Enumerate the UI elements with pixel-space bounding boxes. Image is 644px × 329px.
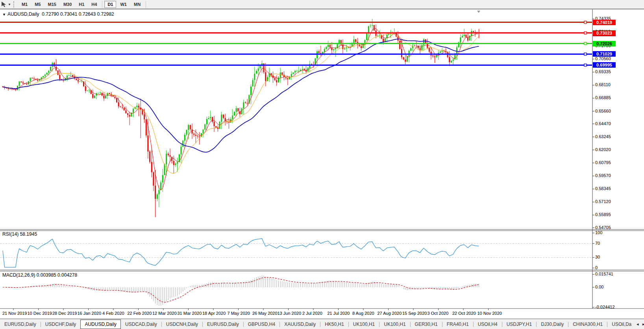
chart-tab-eurusd-daily[interactable]: EURUSD,Daily — [0, 320, 41, 329]
price-tick: 0.65660 — [595, 109, 611, 113]
chart-tab-usdcnh-daily[interactable]: USDCNH,Daily — [162, 320, 202, 329]
macd-tick: 0.015741 — [595, 272, 613, 276]
chart-tab-usoil-h4[interactable]: USOil,H4 — [474, 320, 502, 329]
hline-price-badge: 0.74019 — [593, 20, 616, 25]
chart-tab-gbpusd-h4[interactable]: GBPUSD,H4 — [244, 320, 279, 329]
chart-shift-marker[interactable] — [477, 11, 480, 13]
date-tick-label: 8 Aug 2020 — [352, 311, 374, 316]
date-tick-label: 10 Nov 2020 — [477, 311, 502, 316]
price-tick: 0.58345 — [595, 186, 611, 191]
rsi-tick: 100 — [595, 230, 602, 235]
price-tick: 0.69335 — [595, 69, 611, 74]
mt4-window: ▼ M1M5M15M30H1H4D1W1MN ▼AUDUSD,Daily 0.7… — [0, 0, 644, 329]
date-tick-label: 16 Jan 2020 — [78, 311, 102, 316]
chart-tab-fra40-h1[interactable]: FRA40,H1 — [442, 320, 473, 329]
chart-symbol-label: AUDUSD,Daily — [7, 11, 39, 17]
chart-ohlc-values: 0.72790 0.73041 0.72643 0.72982 — [42, 11, 114, 17]
date-tick-label: 21 Nov 2019 — [2, 311, 27, 316]
date-tick-label: 27 Aug 2020 — [378, 311, 402, 316]
date-tick-label: 10 Dec 2019 — [28, 311, 52, 316]
macd-tick: 0.00 — [595, 285, 603, 289]
macd-tick: -0.024412 — [595, 305, 615, 309]
chart-tab-uk100-h1[interactable]: UK100,H1 — [379, 320, 410, 329]
chart-tab-eurusd-daily[interactable]: EURUSD,Daily — [203, 320, 243, 329]
rsi-tick: 0 — [595, 265, 598, 270]
chart-tab-usdcad-daily[interactable]: USDCAD,Daily — [121, 320, 161, 329]
title-collapse-icon[interactable]: ▼ — [2, 13, 6, 17]
chart-tab-xauusd-daily[interactable]: XAUUSD,Daily — [280, 320, 320, 329]
chart-tab-ger30-h1[interactable]: GER30,H1 — [411, 320, 442, 329]
price-tick: 0.62020 — [595, 147, 611, 152]
chart-tab-audusd-daily[interactable]: AUDUSD,Daily — [80, 320, 121, 329]
date-tick-label: 21 Jul 2020 — [328, 311, 350, 316]
tab-scroll-arrows: ◄ ► — [636, 322, 644, 326]
price-tick: 0.66885 — [595, 95, 611, 100]
rsi-tick: 30 — [595, 255, 600, 259]
tab-scroll-right-icon[interactable]: ► — [642, 322, 644, 326]
date-tick-label: 22 Feb 2020 — [128, 311, 152, 316]
chart-tab-usoil-da[interactable]: USOil,Da — [607, 320, 636, 329]
chart-tab-hk50-h1[interactable]: HK50,H1 — [320, 320, 348, 329]
chart-tab-dj30-daily[interactable]: DJ30,Daily — [537, 320, 568, 329]
date-tick-label: 22 Oct 2020 — [452, 311, 476, 316]
date-tick-label: 31 Mar 2020 — [178, 311, 202, 316]
chart-tabs-bar: EURUSD,DailyUSDCHF,DailyAUDUSD,DailyUSDC… — [0, 319, 644, 329]
hline-price-badge: 0.72026 — [593, 41, 616, 46]
date-tick-label: 12 Mar 2020 — [152, 311, 177, 316]
price-tick: 0.68110 — [595, 82, 611, 87]
price-tick: 0.59570 — [595, 173, 611, 178]
date-tick-label: 7 May 2020 — [228, 311, 250, 316]
hline-price-badge: 0.71029 — [593, 51, 616, 57]
tab-scroll-left-icon[interactable]: ◄ — [636, 322, 639, 326]
date-tick-label: 28 Dec 2019 — [52, 311, 77, 316]
price-tick: 0.54705 — [595, 225, 611, 230]
chart-canvas[interactable] — [0, 0, 644, 329]
macd-label: MACD(12,26,9) 0.003985 0.004278 — [2, 272, 77, 278]
date-tick-label: 3 Oct 2020 — [427, 311, 449, 316]
date-tick-label: 18 Apr 2020 — [202, 311, 226, 316]
date-tick-label: 4 Feb 2020 — [102, 311, 124, 316]
rsi-label: RSI(14) 58.1945 — [2, 231, 37, 237]
price-tick: 0.64470 — [595, 121, 611, 126]
price-tick: 0.60795 — [595, 160, 611, 165]
hline-price-badge: 0.69995 — [593, 62, 616, 68]
date-tick-label: 26 May 2020 — [252, 311, 278, 316]
date-tick-label: 2 Jul 2020 — [302, 311, 322, 316]
chart-title: ▼AUDUSD,Daily 0.72790 0.73041 0.72643 0.… — [2, 11, 114, 17]
hline-price-badge: 0.73023 — [593, 30, 616, 36]
price-tick: 0.70560 — [595, 56, 611, 61]
rsi-tick: 70 — [595, 241, 600, 246]
price-tick: 0.55895 — [595, 212, 611, 217]
chart-tab-uk100-h1[interactable]: UK100,H1 — [349, 320, 379, 329]
price-tick: 0.63245 — [595, 134, 611, 139]
chart-tab-usdchf-daily[interactable]: USDCHF,Daily — [41, 320, 81, 329]
date-tick-label: 15 Sep 2020 — [402, 311, 427, 316]
chart-tabs: EURUSD,DailyUSDCHF,DailyAUDUSD,DailyUSDC… — [0, 320, 636, 329]
date-tick-label: 13 Jun 2020 — [278, 311, 302, 316]
chart-tab-usdjpy-h1[interactable]: USDJPY,H1 — [502, 320, 536, 329]
chart-tab-china300-h1[interactable]: CHINA300,H1 — [568, 320, 607, 329]
price-tick: 0.57120 — [595, 199, 611, 204]
